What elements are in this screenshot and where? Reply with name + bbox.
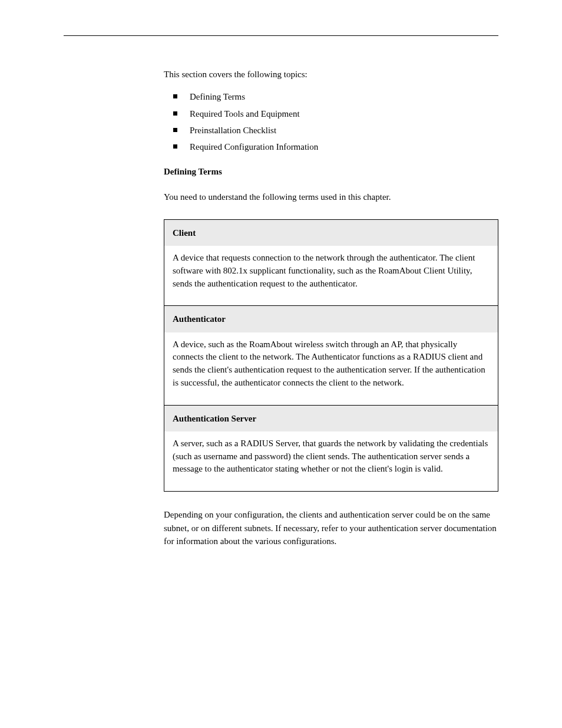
term-heading: Authenticator: [164, 306, 498, 332]
term-definition: A device, such as the RoamAbout wireless…: [164, 332, 498, 406]
list-item: Defining Terms: [180, 91, 498, 103]
term-definition: A server, such as a RADIUS Server, that …: [164, 431, 498, 492]
term-heading: Authentication Server: [164, 405, 498, 431]
section-heading: Defining Terms: [164, 166, 498, 177]
topic-list: Defining Terms Required Tools and Equipm…: [164, 91, 498, 153]
transition-paragraph: You need to understand the following ter…: [164, 191, 498, 203]
definitions-table: Client A device that requests connection…: [164, 219, 498, 492]
list-item: Preinstallation Checklist: [180, 124, 498, 136]
list-item-label: Required Tools and Equipment: [190, 109, 300, 118]
list-item-label: Preinstallation Checklist: [190, 126, 276, 135]
list-item: Required Configuration Information: [180, 141, 498, 153]
after-table-paragraph: Depending on your configuration, the cli…: [164, 508, 498, 548]
term-definition: A device that requests connection to the…: [164, 246, 498, 306]
intro-paragraph: This section covers the following topics…: [164, 68, 498, 80]
list-item-label: Required Configuration Information: [190, 142, 318, 151]
term-heading: Client: [164, 219, 498, 246]
list-item-label: Defining Terms: [190, 92, 245, 101]
list-item: Required Tools and Equipment: [180, 108, 498, 120]
